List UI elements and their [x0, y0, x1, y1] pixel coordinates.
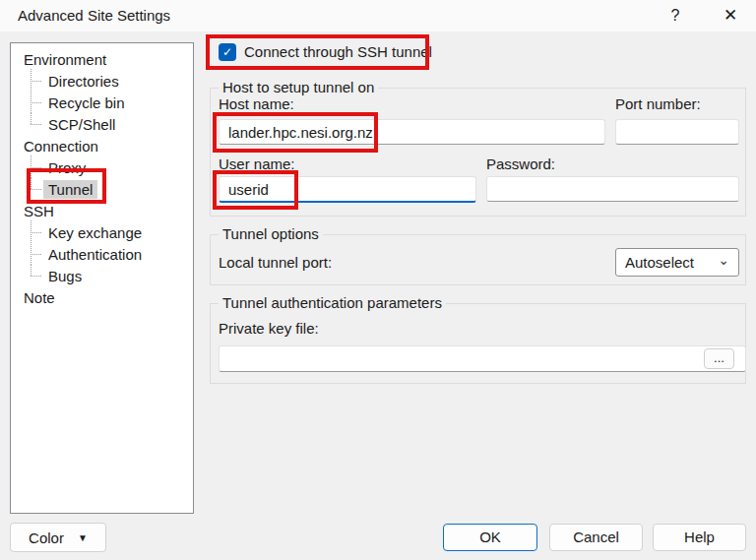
color-button-label: Color [29, 525, 64, 551]
tree-connector [31, 243, 43, 265]
tree-item-directories[interactable]: Directories [11, 70, 193, 92]
tree-connector [31, 221, 43, 243]
help-button[interactable]: Help [653, 524, 746, 551]
tree-connector [31, 178, 43, 200]
tree-item-environment[interactable]: Environment [11, 48, 193, 70]
tree-item-label: Recycle bin [43, 93, 130, 112]
help-icon[interactable]: ? [654, 3, 697, 29]
tree-item-label: Directories [43, 72, 124, 91]
tree-connector [31, 156, 43, 178]
tree-connector [31, 70, 43, 92]
dropdown-arrow-icon: ▼ [78, 525, 88, 551]
connect-through-ssh-tunnel-label[interactable]: Connect through SSH tunnel [244, 43, 432, 60]
title-bar: Advanced Site Settings ? ✕ [0, 0, 756, 31]
local-tunnel-port-value: Autoselect [625, 254, 694, 271]
tree-item-recycle-bin[interactable]: Recycle bin [11, 92, 193, 113]
cancel-button[interactable]: Cancel [549, 524, 643, 551]
tree-connector [31, 92, 43, 113]
port-number-spinner: ▲ ▼ [615, 119, 739, 145]
host-name-label: Host name: [219, 95, 294, 112]
tree-item-label: Connection [19, 137, 103, 156]
tree-item-ssh[interactable]: SSH [11, 200, 193, 221]
tree-item-label: Note [19, 288, 60, 307]
tunnel-auth-title: Tunnel authentication parameters [219, 294, 446, 311]
tree-item-note[interactable]: Note [11, 286, 193, 308]
host-group-title: Host to setup tunnel on [219, 79, 378, 95]
advanced-site-settings-dialog: { "window": { "title": "Advanced Site Se… [0, 0, 756, 560]
tunnel-options-title: Tunnel options [219, 225, 323, 242]
host-name-input[interactable] [219, 119, 605, 145]
user-name-label: User name: [219, 156, 295, 172]
ok-button[interactable]: OK [443, 524, 537, 551]
tree-item-key-exchange[interactable]: Key exchange [11, 221, 193, 243]
chevron-down-icon: ⌄ [718, 252, 729, 268]
tree-list: EnvironmentDirectoriesRecycle binSCP/She… [11, 48, 193, 308]
tree-item-label: Authentication [43, 245, 147, 264]
tree-item-label: Environment [19, 50, 111, 69]
ellipsis-icon: ... [714, 350, 724, 365]
tree-item-label: Proxy [43, 158, 91, 177]
tree-item-bugs[interactable]: Bugs [11, 265, 193, 286]
password-label: Password: [486, 156, 555, 172]
tree-item-label: SCP/Shell [43, 115, 120, 134]
port-number-input[interactable] [616, 120, 756, 144]
connect-through-ssh-tunnel-checkbox[interactable]: ✓ [219, 43, 236, 61]
settings-tree: EnvironmentDirectoriesRecycle binSCP/She… [10, 42, 194, 514]
private-key-file-label: Private key file: [219, 320, 319, 337]
tree-item-label: Bugs [43, 267, 87, 285]
tree-item-authentication[interactable]: Authentication [11, 243, 193, 265]
checkmark-icon: ✓ [222, 45, 232, 59]
tree-item-tunnel[interactable]: Tunnel [11, 178, 193, 200]
private-key-file-input[interactable] [219, 345, 746, 372]
tree-item-scp-shell[interactable]: SCP/Shell [11, 113, 193, 135]
dialog-title: Advanced Site Settings [18, 7, 170, 24]
user-name-input[interactable] [219, 176, 476, 203]
tree-connector [31, 113, 43, 135]
local-tunnel-port-select[interactable]: Autoselect ⌄ [615, 248, 739, 277]
tree-item-label: Key exchange [43, 223, 147, 242]
tree-item-connection[interactable]: Connection [11, 135, 193, 156]
color-button[interactable]: Color ▼ [10, 523, 106, 552]
local-tunnel-port-label: Local tunnel port: [219, 254, 332, 271]
tree-connector [31, 265, 43, 286]
close-icon[interactable]: ✕ [709, 3, 752, 29]
browse-button[interactable]: ... [704, 348, 734, 369]
port-number-label: Port number: [615, 95, 701, 112]
tree-item-label: SSH [19, 202, 59, 220]
password-input[interactable] [486, 176, 739, 202]
tree-item-proxy[interactable]: Proxy [11, 156, 193, 178]
tree-item-label: Tunnel [43, 180, 97, 199]
